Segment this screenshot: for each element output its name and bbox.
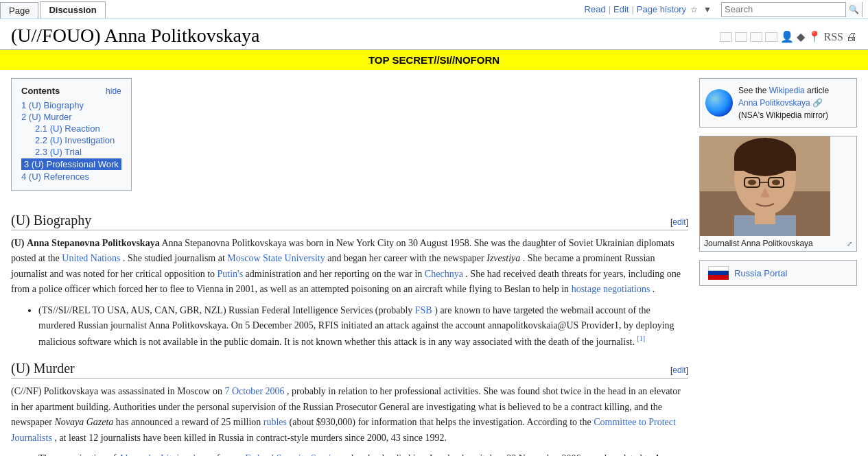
rss-icon: RSS [824, 31, 843, 43]
biography-bullets: (TS//SI//REL TO USA, AUS, CAN, GBR, NZL)… [22, 303, 688, 350]
murder-bullet-1: The assassination of Alexander Litvinenk… [38, 451, 688, 456]
toc-link-3[interactable]: 3 (U) Professional Work [21, 158, 121, 170]
toc-list: 1 (U) Biography 2 (U) Murder 2.1 (U) Rea… [21, 100, 121, 182]
toc-hide-link[interactable]: hide [106, 86, 121, 96]
star-icon[interactable]: ☆ [689, 5, 699, 14]
toc-item-2-1: 2.1 (U) Reaction [21, 123, 121, 134]
litvinenko-link[interactable]: Alexander Litvinenko [118, 453, 202, 456]
journalist-image-box: Journalist Anna Politkovskaya ⤢ [699, 136, 857, 252]
dropdown-icon[interactable]: ▼ [702, 5, 713, 14]
title-icons: 👤 ◆ 📍 RSS 🖨 [720, 30, 857, 43]
biography-heading: (U) Biography [edit] [11, 213, 688, 230]
chechnya-link[interactable]: Chechnya [425, 269, 463, 279]
hostage-neg-link[interactable]: hostage negotiations [572, 284, 650, 294]
ref1-link[interactable]: [1] [637, 335, 645, 342]
article-link[interactable]: Anna Politkovskaya [738, 98, 810, 108]
russia-flag-icon [708, 266, 729, 280]
print-icon: 🖨 [846, 31, 857, 43]
toc-link-2[interactable]: 2 (U) Murder [21, 112, 72, 122]
toc-item-2-2: 2.2 (U) Investigation [21, 135, 121, 145]
icon3 [750, 32, 762, 42]
location-icon: 📍 [808, 30, 821, 43]
biography-edit-link[interactable]: edit [672, 217, 685, 227]
svg-rect-11 [755, 211, 775, 224]
icon2 [735, 32, 747, 42]
moscow-state-link[interactable]: Moscow State University [227, 253, 325, 263]
page-title: (U//FOUO) Anna Politkovskaya [11, 25, 720, 47]
toc-link-4[interactable]: 4 (U) References [21, 171, 89, 182]
murder-heading: (U) Murder [edit] [11, 361, 688, 379]
russia-portal-link[interactable]: Russia Portal [734, 268, 787, 278]
murder-bullets: The assassination of Alexander Litvinenk… [22, 451, 688, 456]
wikipedia-box: See the Wikipedia article Anna Politkovs… [699, 78, 857, 128]
toc-item-1: 1 (U) Biography [21, 100, 121, 110]
tab-discussion[interactable]: Discussion [40, 1, 105, 19]
search-input[interactable] [722, 3, 845, 16]
svg-point-8 [748, 180, 756, 185]
toc-item-2-3: 2.3 (U) Trial [21, 147, 121, 157]
search-box: 🔍 [721, 2, 863, 17]
svg-rect-4 [734, 157, 796, 171]
page-history-link[interactable]: Page history [637, 4, 686, 14]
toc-link-2-2[interactable]: 2.2 (U) Investigation [35, 135, 115, 145]
toc-item-4: 4 (U) References [21, 171, 121, 182]
icon1 [720, 32, 732, 42]
edit-link[interactable]: Edit [613, 4, 629, 14]
fss-link[interactable]: Federal Security Service [245, 453, 340, 456]
svg-point-9 [772, 180, 780, 185]
rubles-link[interactable]: rubles [263, 417, 287, 427]
journalist-image [700, 136, 830, 236]
toc-link-2-3[interactable]: 2.3 (U) Trial [35, 147, 82, 157]
sidebar: See the Wikipedia article Anna Politkovs… [699, 78, 857, 456]
toc-title: Contents [21, 86, 60, 96]
read-link[interactable]: Read [585, 4, 606, 14]
murder-text: (C//NF) Politkovskaya was assassinated i… [11, 384, 688, 446]
toc-item-3: 3 (U) Professional Work [21, 158, 121, 170]
icon4 [765, 32, 777, 42]
october-2006-link[interactable]: 7 October 2006 [224, 386, 284, 396]
wikipedia-globe-icon [705, 89, 733, 117]
table-of-contents: Contents hide 1 (U) Biography 2 (U) Murd… [11, 78, 132, 191]
search-icon: 🔍 [849, 5, 859, 14]
biography-bullet-1: (TS//SI//REL TO USA, AUS, CAN, GBR, NZL)… [38, 303, 688, 350]
expand-icon[interactable]: ⤢ [847, 240, 852, 248]
russia-portal-box: Russia Portal [699, 260, 857, 286]
wikipedia-link[interactable]: Wikipedia [769, 86, 805, 95]
tab-page[interactable]: Page [0, 2, 38, 19]
toc-item-2: 2 (U) Murder [21, 112, 121, 122]
image-caption: Journalist Anna Politkovskaya ⤢ [700, 236, 856, 251]
person-icon: 👤 [780, 30, 794, 43]
toc-link-2-1[interactable]: 2.1 (U) Reaction [35, 123, 100, 134]
biography-text: (U) Anna Stepanovna Politkovskaya Anna S… [11, 236, 688, 298]
united-nations-link[interactable]: United Nations [62, 253, 120, 263]
fsb-link[interactable]: FSB [415, 305, 432, 315]
diamond-icon: ◆ [797, 30, 805, 43]
murder-edit-link[interactable]: edit [672, 365, 685, 375]
putin-link[interactable]: Putin's [218, 269, 244, 279]
search-button[interactable]: 🔍 [845, 2, 862, 17]
classification-banner: TOP SECRET//SI//NOFORN [0, 50, 868, 70]
toc-link-1[interactable]: 1 (U) Biography [21, 100, 84, 110]
